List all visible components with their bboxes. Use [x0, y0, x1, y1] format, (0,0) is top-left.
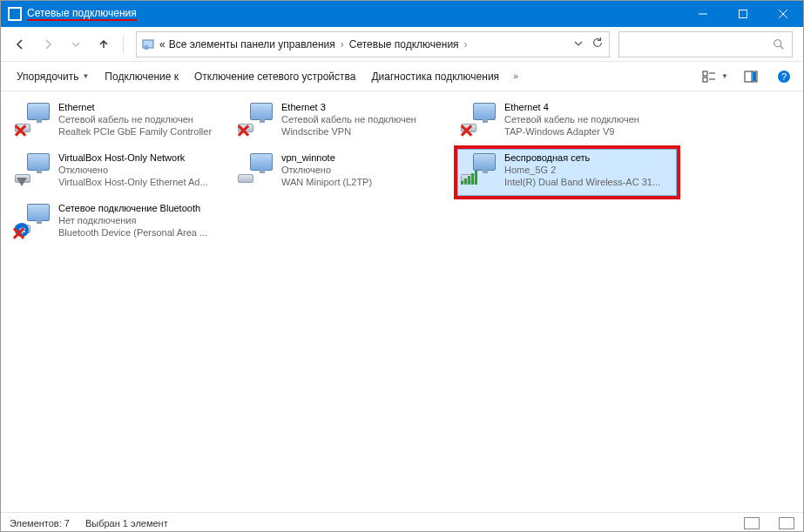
back-button[interactable]	[8, 32, 32, 57]
diagnose-button[interactable]: Диагностика подключения	[364, 67, 506, 86]
window-title: Сетевые подключения	[27, 7, 137, 21]
diagnose-label: Диагностика подключения	[371, 71, 499, 83]
details-view-button[interactable]	[744, 517, 760, 529]
system-icon	[8, 7, 22, 21]
maximize-button[interactable]	[723, 1, 763, 27]
connection-status: Сетевой кабель не подключен	[504, 113, 639, 125]
connection-text: EthernetСетевой кабель не подключенRealt…	[58, 101, 212, 143]
svg-point-6	[774, 39, 781, 46]
chevron-right-icon[interactable]: ›	[463, 38, 470, 51]
overflow-button[interactable]: »	[508, 71, 524, 81]
large-icons-view-button[interactable]	[779, 517, 794, 529]
connection-item[interactable]: Ethernet 3Сетевой кабель не подключенWin…	[234, 98, 454, 145]
connection-device: Intel(R) Dual Band Wireless-AC 31...	[504, 176, 660, 188]
connection-item[interactable]: ∗Сетевое подключение BluetoothНет подклю…	[11, 199, 231, 246]
svg-rect-8	[703, 71, 707, 76]
connection-status: Сетевой кабель не подключен	[281, 113, 416, 125]
connection-text: vpn_winnoteОтключеноWAN Miniport (L2TP)	[281, 152, 372, 193]
recent-locations-button[interactable]	[64, 32, 88, 57]
view-options-button[interactable]	[699, 66, 720, 87]
breadcrumb-item[interactable]: Сетевые подключения	[349, 38, 459, 51]
chevron-down-icon[interactable]: ▼	[721, 72, 728, 80]
connection-status: Нет подключения	[58, 214, 207, 226]
connection-device: Bluetooth Device (Personal Area ...	[58, 226, 207, 239]
connection-text: Сетевое подключение BluetoothНет подключ…	[58, 202, 207, 244]
titlebar: Сетевые подключения	[1, 1, 803, 27]
adapter-icon	[15, 152, 53, 193]
connect-to-button[interactable]: Подключение к	[98, 67, 186, 86]
adapter-icon	[461, 101, 499, 143]
connection-status: Отключено	[58, 164, 208, 176]
status-bar: Элементов: 7 Выбран 1 элемент	[1, 512, 803, 532]
svg-rect-5	[145, 45, 148, 50]
svg-text:?: ?	[781, 71, 787, 82]
refresh-button[interactable]	[591, 37, 604, 51]
connection-status: Home_5G 2	[504, 164, 660, 176]
adapter-icon	[15, 101, 53, 143]
connection-item[interactable]: vpn_winnoteОтключеноWAN Miniport (L2TP)	[234, 149, 454, 196]
dropdown-icon[interactable]	[574, 38, 583, 51]
connection-name: vpn_winnote	[281, 152, 372, 164]
connection-name: Сетевое подключение Bluetooth	[58, 202, 207, 214]
connection-text: Ethernet 3Сетевой кабель не подключенWin…	[281, 101, 416, 143]
adapter-icon	[238, 152, 276, 193]
search-icon	[773, 38, 785, 51]
connection-name: Ethernet 4	[504, 101, 639, 113]
adapter-icon: ∗	[15, 202, 53, 244]
chevron-down-icon: ▼	[82, 72, 89, 80]
connection-status: Отключено	[281, 164, 372, 176]
connection-name: VirtualBox Host-Only Network	[58, 152, 208, 164]
connection-name: Ethernet 3	[281, 101, 416, 113]
search-input[interactable]	[618, 31, 793, 57]
organize-label: Упорядочить	[17, 71, 78, 83]
breadcrumb-item[interactable]: Все элементы панели управления	[169, 38, 335, 51]
connection-item[interactable]: VirtualBox Host-Only NetworkОтключеноVir…	[11, 149, 231, 196]
connection-device: VirtualBox Host-Only Ethernet Ad...	[58, 176, 208, 188]
forward-button[interactable]	[36, 32, 60, 57]
connection-item[interactable]: EthernetСетевой кабель не подключенRealt…	[11, 98, 231, 145]
connection-device: Windscribe VPN	[281, 125, 416, 138]
command-toolbar: Упорядочить ▼ Подключение к Отключение с…	[1, 62, 803, 91]
navigation-bar: « Все элементы панели управления › Сетев…	[1, 27, 803, 62]
svg-line-7	[780, 45, 784, 49]
connection-item[interactable]: Ethernet 4Сетевой кабель не подключенTAP…	[457, 98, 677, 145]
adapter-icon	[461, 152, 499, 193]
svg-rect-9	[703, 77, 707, 82]
connection-device: WAN Miniport (L2TP)	[281, 176, 372, 188]
chevron-right-icon[interactable]: ›	[339, 38, 346, 51]
connection-text: Ethernet 4Сетевой кабель не подключенTAP…	[504, 101, 639, 143]
connections-list: EthernetСетевой кабель не подключенRealt…	[1, 91, 803, 512]
connection-name: Беспроводная сеть	[504, 152, 660, 164]
connection-text: Беспроводная сетьHome_5G 2Intel(R) Dual …	[504, 152, 660, 193]
minimize-button[interactable]	[683, 1, 723, 27]
help-button[interactable]: ?	[774, 66, 794, 87]
connection-status: Сетевой кабель не подключен	[58, 113, 212, 125]
svg-rect-14	[753, 72, 756, 81]
preview-pane-button[interactable]	[740, 66, 761, 87]
up-button[interactable]	[91, 32, 116, 57]
connection-device: TAP-Windows Adapter V9	[504, 125, 639, 138]
svg-rect-1	[740, 10, 747, 18]
connection-text: VirtualBox Host-Only NetworkОтключеноVir…	[58, 152, 208, 193]
address-bar[interactable]: « Все элементы панели управления › Сетев…	[136, 31, 610, 57]
disable-device-button[interactable]: Отключение сетевого устройства	[187, 67, 362, 86]
connection-device: Realtek PCIe GbE Family Controller	[58, 125, 212, 138]
adapter-icon	[238, 101, 276, 143]
connection-item[interactable]: Беспроводная сетьHome_5G 2Intel(R) Dual …	[457, 149, 677, 196]
organize-button[interactable]: Упорядочить ▼	[10, 67, 96, 86]
connect-to-label: Подключение к	[105, 71, 179, 83]
breadcrumb-prefix: «	[159, 38, 166, 51]
close-button[interactable]	[763, 1, 803, 27]
location-icon	[142, 37, 156, 51]
item-count: Элементов: 7	[10, 518, 70, 529]
separator	[123, 36, 124, 53]
disable-device-label: Отключение сетевого устройства	[194, 71, 355, 83]
selection-count: Выбран 1 элемент	[85, 518, 168, 529]
connection-name: Ethernet	[58, 101, 212, 113]
